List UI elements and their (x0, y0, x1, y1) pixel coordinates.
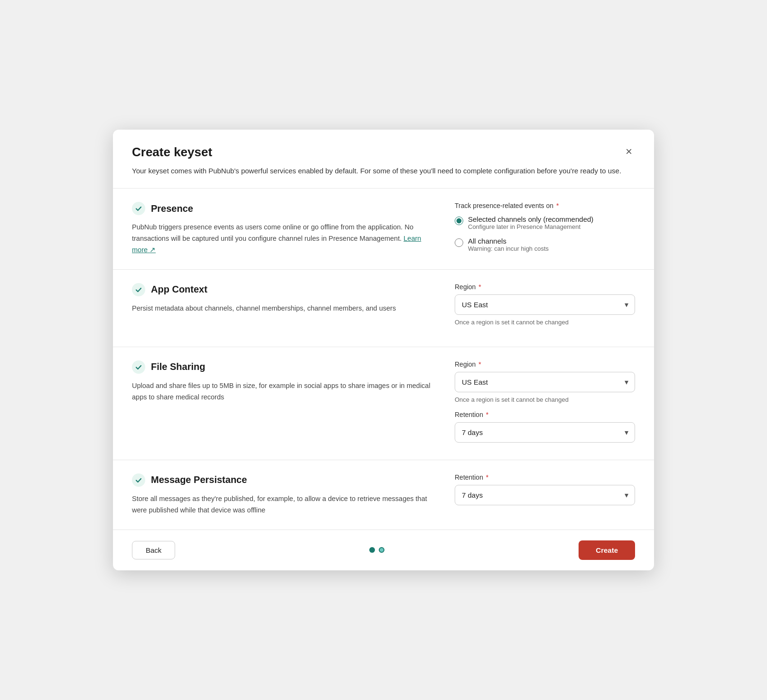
message-persistance-retention-wrapper: 7 days 30 days 90 days 365 days Unlimite… (455, 485, 635, 505)
file-sharing-right: Region * US East US West EU West AP Sout… (455, 360, 635, 446)
dot-1 (369, 547, 375, 553)
app-context-region-wrapper: US East US West EU West AP Southeast ▾ (455, 294, 635, 315)
app-context-region-hint: Once a region is set it cannot be change… (455, 319, 635, 326)
file-sharing-left: File Sharing Upload and share files up t… (132, 360, 436, 446)
radio-selected-sublabel: Configure later in Presence Management (468, 223, 593, 230)
app-context-description: Persist metadata about channels, channel… (132, 303, 436, 314)
presence-section: Presence PubNub triggers presence events… (113, 188, 654, 269)
presence-description: PubNub triggers presence events as users… (132, 222, 436, 256)
create-button[interactable]: Create (579, 540, 635, 560)
radio-selected-channels-input[interactable] (455, 217, 463, 225)
presence-left: Presence PubNub triggers presence events… (132, 202, 436, 256)
file-sharing-region-wrapper: US East US West EU West AP Southeast ▾ (455, 372, 635, 392)
modal-subtitle: Your keyset comes with PubNub's powerful… (113, 165, 654, 188)
modal-title: Create keyset (132, 145, 212, 160)
radio-all-channels[interactable]: All channels Warning: can incur high cos… (455, 237, 635, 252)
message-persistance-check-icon (132, 473, 145, 487)
external-link-icon: ↗ (150, 246, 156, 254)
presence-radio-group: Selected channels only (recommended) Con… (455, 215, 635, 252)
message-persistance-title: Message Persistance (151, 474, 247, 485)
app-context-left: App Context Persist metadata about chann… (132, 283, 436, 333)
required-star-4: * (484, 411, 488, 418)
modal-footer: Back Create (113, 530, 654, 570)
app-context-right: Region * US East US West EU West AP Sout… (455, 283, 635, 333)
message-persistance-right: Retention * 7 days 30 days 90 days 365 d… (455, 473, 635, 516)
close-button[interactable]: × (623, 145, 635, 158)
app-context-region-label: Region * (455, 283, 635, 291)
message-persistance-section: Message Persistance Store all messages a… (113, 460, 654, 530)
radio-all-sublabel: Warning: can incur high costs (468, 245, 549, 252)
app-context-region-select[interactable]: US East US West EU West AP Southeast (455, 294, 635, 315)
create-keyset-modal: Create keyset × Your keyset comes with P… (113, 130, 654, 570)
app-context-section: App Context Persist metadata about chann… (113, 269, 654, 347)
presence-title: Presence (151, 203, 193, 214)
app-context-heading: App Context (132, 283, 436, 296)
required-star: * (554, 202, 559, 209)
radio-all-channels-labels: All channels Warning: can incur high cos… (468, 237, 549, 252)
file-sharing-check-icon (132, 360, 145, 374)
file-sharing-retention-label: Retention * (455, 411, 635, 418)
presence-right: Track presence-related events on * Selec… (455, 202, 635, 256)
message-persistance-retention-label: Retention * (455, 473, 635, 481)
modal-header: Create keyset × (113, 130, 654, 165)
file-sharing-description: Upload and share files up to 5MB in size… (132, 380, 436, 403)
required-star-3: * (477, 360, 481, 368)
back-button[interactable]: Back (132, 541, 175, 559)
app-context-title: App Context (151, 284, 207, 295)
app-context-check-icon (132, 283, 145, 296)
radio-selected-channels[interactable]: Selected channels only (recommended) Con… (455, 215, 635, 230)
dot-2 (379, 547, 384, 553)
message-persistance-left: Message Persistance Store all messages a… (132, 473, 436, 516)
message-persistance-retention-select[interactable]: 7 days 30 days 90 days 365 days Unlimite… (455, 485, 635, 505)
track-events-label: Track presence-related events on * (455, 202, 635, 209)
pagination-dots (369, 547, 384, 553)
radio-selected-label: Selected channels only (recommended) (468, 215, 593, 223)
file-sharing-region-label: Region * (455, 360, 635, 368)
file-sharing-retention-wrapper: 7 days 30 days 90 days 365 days Unlimite… (455, 422, 635, 443)
message-persistance-heading: Message Persistance (132, 473, 436, 487)
message-persistance-description: Store all messages as they're published,… (132, 493, 436, 516)
file-sharing-retention-select[interactable]: 7 days 30 days 90 days 365 days Unlimite… (455, 422, 635, 443)
file-sharing-region-hint: Once a region is set it cannot be change… (455, 396, 635, 403)
required-star-2: * (477, 283, 481, 291)
presence-check-icon (132, 202, 145, 215)
file-sharing-region-select[interactable]: US East US West EU West AP Southeast (455, 372, 635, 392)
radio-all-label: All channels (468, 237, 549, 245)
radio-all-channels-input[interactable] (455, 238, 463, 247)
file-sharing-section: File Sharing Upload and share files up t… (113, 347, 654, 460)
radio-selected-channels-labels: Selected channels only (recommended) Con… (468, 215, 593, 230)
file-sharing-heading: File Sharing (132, 360, 436, 374)
file-sharing-title: File Sharing (151, 361, 205, 372)
presence-heading: Presence (132, 202, 436, 215)
required-star-5: * (484, 473, 488, 481)
